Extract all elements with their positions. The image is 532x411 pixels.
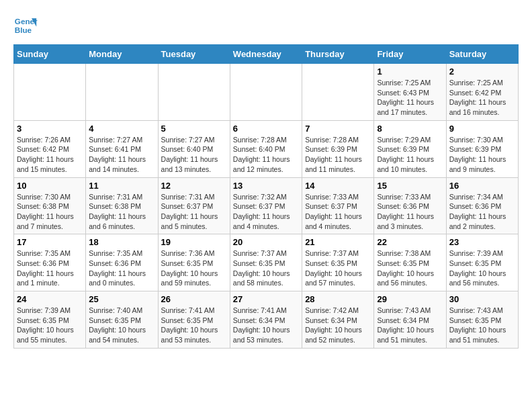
calendar-cell	[230, 64, 302, 121]
day-number: 29	[377, 294, 443, 304]
logo: General Blue	[13, 13, 38, 38]
day-number: 10	[17, 181, 83, 191]
weekday-header-wednesday: Wednesday	[230, 45, 302, 64]
calendar-cell: 28Sunrise: 7:42 AM Sunset: 6:34 PM Dayli…	[302, 291, 374, 349]
calendar-cell: 11Sunrise: 7:31 AM Sunset: 6:38 PM Dayli…	[86, 177, 158, 234]
calendar-cell: 1Sunrise: 7:25 AM Sunset: 6:43 PM Daylig…	[374, 64, 446, 121]
calendar-cell: 14Sunrise: 7:33 AM Sunset: 6:37 PM Dayli…	[302, 177, 374, 234]
calendar-cell: 13Sunrise: 7:32 AM Sunset: 6:37 PM Dayli…	[230, 177, 302, 234]
day-number: 23	[449, 237, 515, 247]
calendar-cell: 27Sunrise: 7:41 AM Sunset: 6:34 PM Dayli…	[230, 291, 302, 349]
day-number: 16	[449, 181, 515, 191]
calendar-cell: 20Sunrise: 7:37 AM Sunset: 6:35 PM Dayli…	[230, 234, 302, 291]
day-info: Sunrise: 7:43 AM Sunset: 6:35 PM Dayligh…	[449, 306, 515, 345]
day-info: Sunrise: 7:28 AM Sunset: 6:40 PM Dayligh…	[233, 135, 299, 175]
svg-text:Blue: Blue	[15, 26, 32, 34]
calendar-cell: 22Sunrise: 7:38 AM Sunset: 6:35 PM Dayli…	[374, 234, 446, 291]
day-number: 21	[305, 237, 371, 247]
day-number: 1	[377, 66, 443, 77]
day-number: 26	[161, 294, 227, 304]
calendar-cell: 26Sunrise: 7:41 AM Sunset: 6:35 PM Dayli…	[158, 291, 230, 349]
day-info: Sunrise: 7:25 AM Sunset: 6:43 PM Dayligh…	[377, 78, 443, 118]
day-info: Sunrise: 7:42 AM Sunset: 6:34 PM Dayligh…	[305, 306, 371, 345]
day-number: 22	[377, 237, 443, 247]
calendar-cell: 17Sunrise: 7:35 AM Sunset: 6:36 PM Dayli…	[14, 234, 86, 291]
day-info: Sunrise: 7:37 AM Sunset: 6:35 PM Dayligh…	[305, 248, 371, 288]
day-info: Sunrise: 7:30 AM Sunset: 6:39 PM Dayligh…	[449, 135, 515, 175]
calendar-cell: 12Sunrise: 7:31 AM Sunset: 6:37 PM Dayli…	[158, 177, 230, 234]
day-info: Sunrise: 7:35 AM Sunset: 6:36 PM Dayligh…	[17, 248, 83, 288]
calendar-cell: 10Sunrise: 7:30 AM Sunset: 6:38 PM Dayli…	[14, 177, 86, 234]
calendar-cell	[158, 64, 230, 121]
day-number: 17	[17, 237, 83, 247]
day-number: 24	[17, 294, 83, 304]
day-info: Sunrise: 7:35 AM Sunset: 6:36 PM Dayligh…	[89, 248, 154, 288]
weekday-header-friday: Friday	[374, 45, 446, 64]
calendar-cell: 5Sunrise: 7:27 AM Sunset: 6:40 PM Daylig…	[158, 120, 230, 177]
day-info: Sunrise: 7:39 AM Sunset: 6:35 PM Dayligh…	[17, 306, 83, 345]
day-info: Sunrise: 7:29 AM Sunset: 6:39 PM Dayligh…	[377, 135, 443, 175]
calendar-cell: 18Sunrise: 7:35 AM Sunset: 6:36 PM Dayli…	[86, 234, 158, 291]
day-number: 30	[449, 294, 515, 304]
calendar-cell: 15Sunrise: 7:33 AM Sunset: 6:36 PM Dayli…	[374, 177, 446, 234]
day-info: Sunrise: 7:31 AM Sunset: 6:37 PM Dayligh…	[161, 192, 227, 232]
day-number: 4	[89, 124, 154, 134]
day-info: Sunrise: 7:34 AM Sunset: 6:36 PM Dayligh…	[449, 192, 515, 232]
calendar-cell: 21Sunrise: 7:37 AM Sunset: 6:35 PM Dayli…	[302, 234, 374, 291]
day-number: 3	[17, 124, 83, 134]
calendar-cell: 30Sunrise: 7:43 AM Sunset: 6:35 PM Dayli…	[446, 291, 518, 349]
calendar-cell: 9Sunrise: 7:30 AM Sunset: 6:39 PM Daylig…	[446, 120, 518, 177]
day-number: 20	[233, 237, 299, 247]
calendar-cell	[86, 64, 158, 121]
calendar-cell: 25Sunrise: 7:40 AM Sunset: 6:35 PM Dayli…	[86, 291, 158, 349]
day-info: Sunrise: 7:37 AM Sunset: 6:35 PM Dayligh…	[233, 248, 299, 288]
day-info: Sunrise: 7:36 AM Sunset: 6:35 PM Dayligh…	[161, 248, 227, 288]
day-info: Sunrise: 7:33 AM Sunset: 6:36 PM Dayligh…	[377, 192, 443, 232]
day-info: Sunrise: 7:43 AM Sunset: 6:34 PM Dayligh…	[377, 306, 443, 345]
day-number: 7	[305, 124, 371, 134]
calendar-cell: 24Sunrise: 7:39 AM Sunset: 6:35 PM Dayli…	[14, 291, 86, 349]
weekday-header-sunday: Sunday	[14, 45, 86, 64]
day-info: Sunrise: 7:33 AM Sunset: 6:37 PM Dayligh…	[305, 192, 371, 232]
day-number: 2	[449, 66, 515, 77]
day-number: 11	[89, 181, 154, 191]
day-info: Sunrise: 7:26 AM Sunset: 6:42 PM Dayligh…	[17, 135, 83, 175]
day-info: Sunrise: 7:25 AM Sunset: 6:42 PM Dayligh…	[449, 78, 515, 118]
calendar-cell: 7Sunrise: 7:28 AM Sunset: 6:39 PM Daylig…	[302, 120, 374, 177]
calendar-cell: 23Sunrise: 7:39 AM Sunset: 6:35 PM Dayli…	[446, 234, 518, 291]
day-number: 15	[377, 181, 443, 191]
day-number: 28	[305, 294, 371, 304]
calendar-cell: 29Sunrise: 7:43 AM Sunset: 6:34 PM Dayli…	[374, 291, 446, 349]
calendar-cell: 2Sunrise: 7:25 AM Sunset: 6:42 PM Daylig…	[446, 64, 518, 121]
calendar-table: SundayMondayTuesdayWednesdayThursdayFrid…	[13, 44, 519, 349]
weekday-header-thursday: Thursday	[302, 45, 374, 64]
day-info: Sunrise: 7:28 AM Sunset: 6:39 PM Dayligh…	[305, 135, 371, 175]
day-number: 9	[449, 124, 515, 134]
day-number: 18	[89, 237, 154, 247]
weekday-header-tuesday: Tuesday	[158, 45, 230, 64]
day-info: Sunrise: 7:27 AM Sunset: 6:40 PM Dayligh…	[161, 135, 227, 175]
day-number: 19	[161, 237, 227, 247]
calendar-cell: 16Sunrise: 7:34 AM Sunset: 6:36 PM Dayli…	[446, 177, 518, 234]
day-number: 5	[161, 124, 227, 134]
day-info: Sunrise: 7:38 AM Sunset: 6:35 PM Dayligh…	[377, 248, 443, 288]
day-info: Sunrise: 7:40 AM Sunset: 6:35 PM Dayligh…	[89, 306, 154, 345]
weekday-header-monday: Monday	[86, 45, 158, 64]
day-info: Sunrise: 7:41 AM Sunset: 6:35 PM Dayligh…	[161, 306, 227, 345]
calendar-cell: 19Sunrise: 7:36 AM Sunset: 6:35 PM Dayli…	[158, 234, 230, 291]
day-number: 6	[233, 124, 299, 134]
day-number: 14	[305, 181, 371, 191]
day-number: 8	[377, 124, 443, 134]
day-info: Sunrise: 7:41 AM Sunset: 6:34 PM Dayligh…	[233, 306, 299, 345]
calendar-cell: 8Sunrise: 7:29 AM Sunset: 6:39 PM Daylig…	[374, 120, 446, 177]
day-info: Sunrise: 7:39 AM Sunset: 6:35 PM Dayligh…	[449, 248, 515, 288]
day-number: 12	[161, 181, 227, 191]
day-info: Sunrise: 7:31 AM Sunset: 6:38 PM Dayligh…	[89, 192, 154, 232]
day-number: 25	[89, 294, 154, 304]
calendar-cell	[302, 64, 374, 121]
day-info: Sunrise: 7:32 AM Sunset: 6:37 PM Dayligh…	[233, 192, 299, 232]
day-number: 13	[233, 181, 299, 191]
calendar-cell: 6Sunrise: 7:28 AM Sunset: 6:40 PM Daylig…	[230, 120, 302, 177]
day-info: Sunrise: 7:27 AM Sunset: 6:41 PM Dayligh…	[89, 135, 154, 175]
weekday-header-saturday: Saturday	[446, 45, 518, 64]
